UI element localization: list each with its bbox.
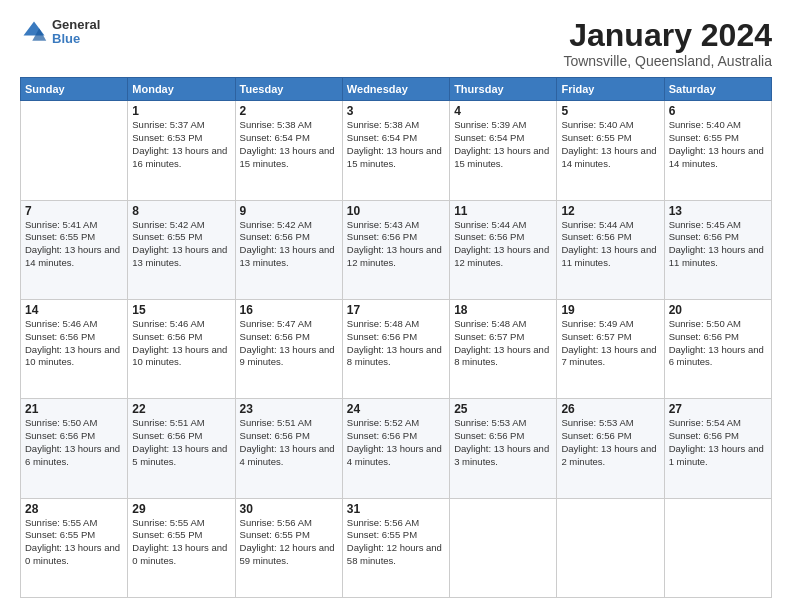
day-number: 21 bbox=[25, 402, 123, 416]
day-info: Sunrise: 5:40 AM Sunset: 6:55 PM Dayligh… bbox=[561, 119, 659, 170]
weekday-header-friday: Friday bbox=[557, 78, 664, 101]
calendar-cell: 5Sunrise: 5:40 AM Sunset: 6:55 PM Daylig… bbox=[557, 101, 664, 200]
day-info: Sunrise: 5:51 AM Sunset: 6:56 PM Dayligh… bbox=[240, 417, 338, 468]
calendar-cell: 9Sunrise: 5:42 AM Sunset: 6:56 PM Daylig… bbox=[235, 200, 342, 299]
calendar-week-4: 21Sunrise: 5:50 AM Sunset: 6:56 PM Dayli… bbox=[21, 399, 772, 498]
day-number: 11 bbox=[454, 204, 552, 218]
day-info: Sunrise: 5:42 AM Sunset: 6:56 PM Dayligh… bbox=[240, 219, 338, 270]
weekday-header-monday: Monday bbox=[128, 78, 235, 101]
day-info: Sunrise: 5:45 AM Sunset: 6:56 PM Dayligh… bbox=[669, 219, 767, 270]
calendar-cell: 31Sunrise: 5:56 AM Sunset: 6:55 PM Dayli… bbox=[342, 498, 449, 597]
day-info: Sunrise: 5:53 AM Sunset: 6:56 PM Dayligh… bbox=[454, 417, 552, 468]
calendar-cell: 18Sunrise: 5:48 AM Sunset: 6:57 PM Dayli… bbox=[450, 299, 557, 398]
day-number: 3 bbox=[347, 104, 445, 118]
calendar-cell: 6Sunrise: 5:40 AM Sunset: 6:55 PM Daylig… bbox=[664, 101, 771, 200]
day-info: Sunrise: 5:44 AM Sunset: 6:56 PM Dayligh… bbox=[561, 219, 659, 270]
month-title: January 2024 bbox=[563, 18, 772, 53]
weekday-header-wednesday: Wednesday bbox=[342, 78, 449, 101]
day-info: Sunrise: 5:48 AM Sunset: 6:56 PM Dayligh… bbox=[347, 318, 445, 369]
calendar-page: General Blue January 2024 Townsville, Qu… bbox=[0, 0, 792, 612]
day-number: 16 bbox=[240, 303, 338, 317]
day-number: 19 bbox=[561, 303, 659, 317]
day-info: Sunrise: 5:47 AM Sunset: 6:56 PM Dayligh… bbox=[240, 318, 338, 369]
day-number: 1 bbox=[132, 104, 230, 118]
calendar-cell: 20Sunrise: 5:50 AM Sunset: 6:56 PM Dayli… bbox=[664, 299, 771, 398]
calendar-header: SundayMondayTuesdayWednesdayThursdayFrid… bbox=[21, 78, 772, 101]
day-number: 23 bbox=[240, 402, 338, 416]
day-info: Sunrise: 5:56 AM Sunset: 6:55 PM Dayligh… bbox=[240, 517, 338, 568]
calendar-cell: 22Sunrise: 5:51 AM Sunset: 6:56 PM Dayli… bbox=[128, 399, 235, 498]
calendar-cell: 15Sunrise: 5:46 AM Sunset: 6:56 PM Dayli… bbox=[128, 299, 235, 398]
day-number: 30 bbox=[240, 502, 338, 516]
day-number: 31 bbox=[347, 502, 445, 516]
weekday-header-sunday: Sunday bbox=[21, 78, 128, 101]
day-info: Sunrise: 5:52 AM Sunset: 6:56 PM Dayligh… bbox=[347, 417, 445, 468]
weekday-header-saturday: Saturday bbox=[664, 78, 771, 101]
calendar-cell: 24Sunrise: 5:52 AM Sunset: 6:56 PM Dayli… bbox=[342, 399, 449, 498]
day-info: Sunrise: 5:41 AM Sunset: 6:55 PM Dayligh… bbox=[25, 219, 123, 270]
day-number: 15 bbox=[132, 303, 230, 317]
weekday-header-tuesday: Tuesday bbox=[235, 78, 342, 101]
day-number: 13 bbox=[669, 204, 767, 218]
calendar-cell: 21Sunrise: 5:50 AM Sunset: 6:56 PM Dayli… bbox=[21, 399, 128, 498]
calendar-cell: 25Sunrise: 5:53 AM Sunset: 6:56 PM Dayli… bbox=[450, 399, 557, 498]
day-number: 18 bbox=[454, 303, 552, 317]
title-block: January 2024 Townsville, Queensland, Aus… bbox=[563, 18, 772, 69]
day-number: 17 bbox=[347, 303, 445, 317]
day-number: 20 bbox=[669, 303, 767, 317]
day-info: Sunrise: 5:46 AM Sunset: 6:56 PM Dayligh… bbox=[132, 318, 230, 369]
day-info: Sunrise: 5:55 AM Sunset: 6:55 PM Dayligh… bbox=[132, 517, 230, 568]
day-number: 24 bbox=[347, 402, 445, 416]
calendar-cell: 12Sunrise: 5:44 AM Sunset: 6:56 PM Dayli… bbox=[557, 200, 664, 299]
calendar-cell: 1Sunrise: 5:37 AM Sunset: 6:53 PM Daylig… bbox=[128, 101, 235, 200]
calendar-cell: 29Sunrise: 5:55 AM Sunset: 6:55 PM Dayli… bbox=[128, 498, 235, 597]
calendar-cell bbox=[21, 101, 128, 200]
day-info: Sunrise: 5:48 AM Sunset: 6:57 PM Dayligh… bbox=[454, 318, 552, 369]
day-number: 2 bbox=[240, 104, 338, 118]
calendar-cell: 16Sunrise: 5:47 AM Sunset: 6:56 PM Dayli… bbox=[235, 299, 342, 398]
calendar-cell: 23Sunrise: 5:51 AM Sunset: 6:56 PM Dayli… bbox=[235, 399, 342, 498]
day-number: 10 bbox=[347, 204, 445, 218]
day-number: 28 bbox=[25, 502, 123, 516]
calendar-cell: 7Sunrise: 5:41 AM Sunset: 6:55 PM Daylig… bbox=[21, 200, 128, 299]
day-number: 9 bbox=[240, 204, 338, 218]
calendar-week-2: 7Sunrise: 5:41 AM Sunset: 6:55 PM Daylig… bbox=[21, 200, 772, 299]
logo: General Blue bbox=[20, 18, 100, 47]
calendar-week-3: 14Sunrise: 5:46 AM Sunset: 6:56 PM Dayli… bbox=[21, 299, 772, 398]
calendar-cell: 17Sunrise: 5:48 AM Sunset: 6:56 PM Dayli… bbox=[342, 299, 449, 398]
logo-blue: Blue bbox=[52, 32, 100, 46]
day-info: Sunrise: 5:56 AM Sunset: 6:55 PM Dayligh… bbox=[347, 517, 445, 568]
day-info: Sunrise: 5:42 AM Sunset: 6:55 PM Dayligh… bbox=[132, 219, 230, 270]
day-number: 5 bbox=[561, 104, 659, 118]
day-info: Sunrise: 5:40 AM Sunset: 6:55 PM Dayligh… bbox=[669, 119, 767, 170]
calendar-cell bbox=[557, 498, 664, 597]
day-info: Sunrise: 5:51 AM Sunset: 6:56 PM Dayligh… bbox=[132, 417, 230, 468]
logo-icon bbox=[20, 18, 48, 46]
day-info: Sunrise: 5:38 AM Sunset: 6:54 PM Dayligh… bbox=[240, 119, 338, 170]
day-number: 14 bbox=[25, 303, 123, 317]
day-info: Sunrise: 5:50 AM Sunset: 6:56 PM Dayligh… bbox=[25, 417, 123, 468]
day-number: 29 bbox=[132, 502, 230, 516]
calendar-table: SundayMondayTuesdayWednesdayThursdayFrid… bbox=[20, 77, 772, 598]
calendar-cell: 10Sunrise: 5:43 AM Sunset: 6:56 PM Dayli… bbox=[342, 200, 449, 299]
calendar-cell: 28Sunrise: 5:55 AM Sunset: 6:55 PM Dayli… bbox=[21, 498, 128, 597]
day-info: Sunrise: 5:46 AM Sunset: 6:56 PM Dayligh… bbox=[25, 318, 123, 369]
calendar-cell bbox=[664, 498, 771, 597]
calendar-cell: 11Sunrise: 5:44 AM Sunset: 6:56 PM Dayli… bbox=[450, 200, 557, 299]
day-number: 4 bbox=[454, 104, 552, 118]
calendar-cell: 8Sunrise: 5:42 AM Sunset: 6:55 PM Daylig… bbox=[128, 200, 235, 299]
day-number: 22 bbox=[132, 402, 230, 416]
header: General Blue January 2024 Townsville, Qu… bbox=[20, 18, 772, 69]
calendar-week-5: 28Sunrise: 5:55 AM Sunset: 6:55 PM Dayli… bbox=[21, 498, 772, 597]
calendar-cell: 3Sunrise: 5:38 AM Sunset: 6:54 PM Daylig… bbox=[342, 101, 449, 200]
day-number: 12 bbox=[561, 204, 659, 218]
weekday-header-row: SundayMondayTuesdayWednesdayThursdayFrid… bbox=[21, 78, 772, 101]
logo-text: General Blue bbox=[52, 18, 100, 47]
day-number: 8 bbox=[132, 204, 230, 218]
day-info: Sunrise: 5:54 AM Sunset: 6:56 PM Dayligh… bbox=[669, 417, 767, 468]
day-number: 26 bbox=[561, 402, 659, 416]
calendar-cell: 27Sunrise: 5:54 AM Sunset: 6:56 PM Dayli… bbox=[664, 399, 771, 498]
calendar-cell: 30Sunrise: 5:56 AM Sunset: 6:55 PM Dayli… bbox=[235, 498, 342, 597]
day-info: Sunrise: 5:55 AM Sunset: 6:55 PM Dayligh… bbox=[25, 517, 123, 568]
calendar-cell: 19Sunrise: 5:49 AM Sunset: 6:57 PM Dayli… bbox=[557, 299, 664, 398]
